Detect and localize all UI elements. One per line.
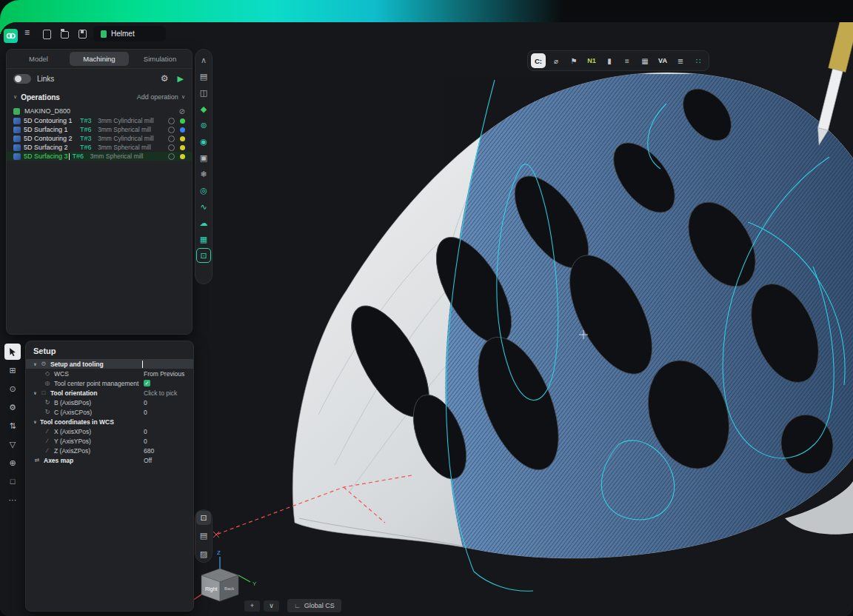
mesh-cloud-icon[interactable]: ☁ [196,215,211,230]
tool-icon[interactable]: ◆ [196,101,211,116]
add-operation-button[interactable]: Add operation [137,93,178,101]
tab-simulation[interactable]: Simulation [130,52,190,66]
fit-view-icon[interactable]: ⊡ [196,511,211,525]
chevron-down-icon[interactable]: ∨ [33,390,37,395]
coolant-icon[interactable]: ⌀ [549,53,563,68]
status-dot[interactable] [180,145,185,150]
global-cs-button[interactable]: ∟ Global CS [287,599,341,612]
cooling-icon[interactable]: ❄ [196,167,211,181]
box-select-icon[interactable]: ⊞ [4,362,21,378]
setup-row[interactable]: ↻ B (AxisBPos) 0 [26,398,193,407]
c-axis-mode-button[interactable]: C: [531,53,546,68]
operation-name: 5D Surfacing 2 [24,144,80,151]
output-icon[interactable]: ≣ [673,53,688,68]
machine-icon[interactable]: ▤ [196,69,211,84]
operation-list-icon[interactable]: ≡ [620,53,635,68]
collapse-icon[interactable]: ∧ [196,53,211,67]
holder-icon[interactable]: ⊚ [196,118,211,133]
grid-view-icon[interactable]: ▦ [638,53,652,68]
gear-icon[interactable]: ⚙ [161,73,169,84]
app-logo-icon[interactable] [4,29,18,43]
appearance-icon[interactable]: ▨ [196,547,211,561]
setup-row-value[interactable]: 0 [144,409,147,416]
toolpath-curve-icon[interactable]: ∿ [196,199,211,214]
setup-row-value[interactable]: 680 [144,447,154,455]
array-icon[interactable]: ∷ [691,53,706,68]
links-toggle[interactable] [13,74,31,84]
setup-row-value[interactable]: Off [144,457,152,464]
setup-section-row[interactable]: ∨ ⚙ Setup and tooling [26,359,193,369]
tab-model[interactable]: Model [9,52,68,66]
add-operation-chevron-icon[interactable]: ∨ [181,94,185,100]
setup-title: Setup [26,341,193,359]
spindle-icon[interactable]: ◫ [196,85,211,100]
operation-row[interactable]: 5D Surfacing 1 T#6 3mm Spherical mill [7,125,192,134]
toolpath-visibility-toggle[interactable] [168,144,175,151]
toolpath-visibility-toggle[interactable] [168,153,175,160]
add-cs-button[interactable]: + [244,600,260,612]
stock-icon[interactable]: ▣ [196,150,211,165]
viewcube-face-right[interactable]: Right [205,586,217,592]
setup-row-label: Axes map [44,457,73,464]
stop-square-icon[interactable]: □ [4,473,21,489]
status-dot[interactable] [180,127,185,133]
save-file-icon[interactable] [78,30,87,38]
section-view-icon[interactable]: ▤ [196,529,211,543]
settings-gear-icon[interactable]: ⚙ [4,399,21,415]
toolpath-points-icon[interactable]: ◎ [196,183,211,198]
setup-row[interactable]: ⇄ Axes map Off [26,455,193,465]
checkbox-checked[interactable]: ✓ [144,380,150,386]
setup-row[interactable]: ∕ X (AxisXPos) 0 [26,426,193,436]
filter-funnel-icon[interactable]: ▽ [4,436,21,452]
setup-row-value[interactable]: 0 [144,428,147,435]
toolpath-visibility-toggle[interactable] [168,127,175,133]
setup-row-value[interactable]: From Previous [144,370,184,378]
probe-icon[interactable]: ◉ [196,134,211,149]
snap-icon[interactable]: ⊙ [4,381,21,397]
setup-row-value[interactable]: Click to pick [144,389,177,397]
setup-row[interactable]: ↻ C (AxisCPos) 0 [26,407,193,417]
stock-view-icon[interactable]: ▮ [602,53,617,68]
transform-icon[interactable]: ⇅ [4,418,21,434]
menu-icon[interactable]: ≡ [24,27,30,38]
open-file-icon[interactable] [61,31,69,38]
nc-program-button[interactable]: N1 [584,53,599,68]
chevron-down-icon[interactable]: ∨ [33,419,37,424]
toolpath-visibility-toggle[interactable] [168,135,175,142]
disable-icon[interactable]: ⊘ [179,107,185,116]
operation-row-selected[interactable]: 5D Surfacing 3 T#6 3mm Spherical mill [7,152,192,161]
web-globe-icon[interactable]: ⊕ [4,455,21,471]
select-tool-icon[interactable] [4,344,21,360]
setup-row-value[interactable]: 0 [144,399,147,406]
new-file-icon[interactable] [43,30,51,39]
chevron-down-icon[interactable]: ∨ [13,94,17,100]
bounding-frame-icon[interactable]: ⊡ [196,248,211,263]
status-dot[interactable] [180,136,185,141]
status-dot[interactable] [180,118,185,124]
tab-machining[interactable]: Machining [70,52,129,66]
chevron-down-icon[interactable]: ∨ [33,361,37,366]
play-icon[interactable]: ▶ [178,74,184,84]
status-dot[interactable] [180,154,185,159]
toolpath-visibility-toggle[interactable] [168,118,175,124]
setup-section-row[interactable]: ∨ □ Tool orientation Click to pick [26,388,193,398]
setup-row[interactable]: ∕ Z (AxisZPos) 680 [26,446,193,455]
viewcube-face-back[interactable]: Back [224,586,235,591]
setup-row[interactable]: ∕ Y (AxisYPos) 0 [26,436,193,446]
setup-section-row[interactable]: ∨ Tool coordinates in WCS [26,417,193,426]
flag-icon[interactable]: ⚑ [566,53,581,68]
setup-row-value[interactable]: 0 [144,438,147,445]
setup-row[interactable]: ◎ Tool center point management ✓ [26,378,193,388]
operation-row[interactable]: 5D Contouring 1 T#3 3mm Cylindrical mill [7,116,192,125]
operation-tool-desc: 3mm Spherical mill [98,144,168,151]
edit-icon: ∕ [44,428,51,435]
operation-row[interactable]: 5D Contouring 2 T#3 3mm Cylindrical mill [7,134,192,143]
setup-row[interactable]: ◇ WCS From Previous [26,369,193,378]
cs-dropdown-chevron[interactable]: ∨ [264,600,279,612]
document-tab[interactable]: Helmet [93,26,166,41]
mesh-grid-icon[interactable]: ▦ [196,232,211,247]
more-ellipsis-icon[interactable]: ⋯ [4,492,21,508]
variables-button[interactable]: VA [655,53,670,68]
operation-row[interactable]: 5D Surfacing 2 T#6 3mm Spherical mill [7,143,192,152]
machine-row[interactable]: MAKINO_D800 ⊘ [7,106,192,116]
